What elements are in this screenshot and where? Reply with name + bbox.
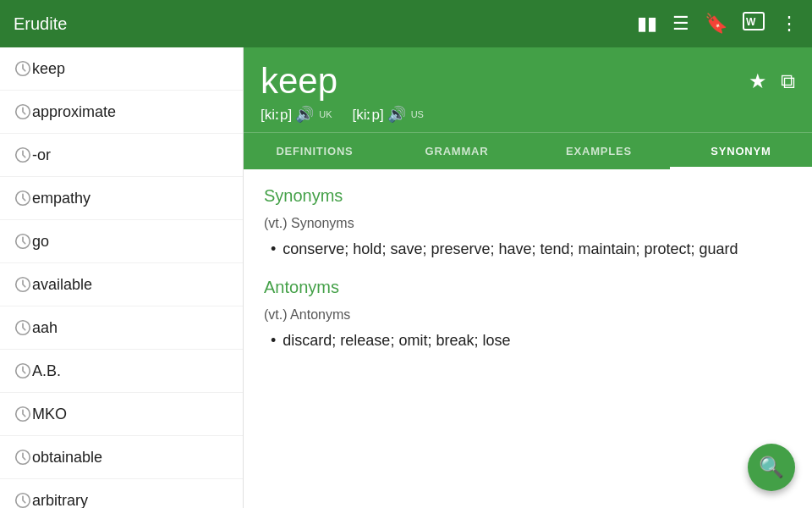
antonyms-title: Antonyms <box>264 278 792 297</box>
sidebar-item-approximate[interactable]: approximate <box>0 91 243 134</box>
history-icon <box>14 102 32 121</box>
word-icon[interactable]: W <box>743 12 765 36</box>
history-icon <box>14 318 32 337</box>
synonym-content: Synonyms (vt.) Synonyms • conserve; hold… <box>244 169 812 508</box>
synonyms-title: Synonyms <box>264 186 792 206</box>
sidebar-item-available[interactable]: available <box>0 263 243 306</box>
sidebar-item-empathy[interactable]: empathy <box>0 177 243 220</box>
sidebar-item-obtainable[interactable]: obtainable <box>0 436 243 479</box>
header-icons: ★ ⧉ <box>749 69 795 93</box>
topbar-icons: ▮▮ ☰ 🔖 W ⋮ <box>637 12 798 36</box>
flashcard-icon[interactable]: ▮▮ <box>637 13 657 35</box>
content-area: keep ★ ⧉ [kiːp] 🔊 UK [kiːp] 🔊 US <box>244 47 812 508</box>
history-icon <box>14 405 32 423</box>
bullet-antonyms: • <box>271 329 276 352</box>
bookmark-icon[interactable]: 🔖 <box>705 13 727 35</box>
phonetic-us: [kiːp] 🔊 US <box>352 105 423 124</box>
star-icon[interactable]: ★ <box>749 69 767 93</box>
history-icon <box>14 275 32 294</box>
sidebar-item-ab[interactable]: A.B. <box>0 350 243 393</box>
sidebar-item-label: MKO <box>32 406 67 423</box>
history-icon <box>14 189 32 207</box>
topbar: Erudite ▮▮ ☰ 🔖 W ⋮ <box>0 0 812 47</box>
sidebar-item-label: obtainable <box>32 449 102 467</box>
phonetic-uk: [kiːp] 🔊 UK <box>261 105 332 124</box>
tabs: DEFINITIONS GRAMMAR EXAMPLES SYNONYM <box>244 132 812 169</box>
synonyms-vt-label: (vt.) Synonyms <box>264 216 792 231</box>
sidebar-item-label: available <box>32 276 92 294</box>
sidebar-item-label: -or <box>32 146 51 164</box>
sidebar-item-aah[interactable]: aah <box>0 306 243 350</box>
antonyms-word-list: • discard; release; omit; break; lose <box>264 329 792 352</box>
sidebar-item-go[interactable]: go <box>0 220 243 263</box>
app-title: Erudite <box>14 14 637 34</box>
speaker-uk-icon[interactable]: 🔊 <box>295 105 314 124</box>
sidebar-item-mko[interactable]: MKO <box>0 393 243 436</box>
locale-us: US <box>411 109 424 119</box>
sidebar-item-or[interactable]: -or <box>0 134 243 177</box>
sidebar-item-label: empathy <box>32 190 91 207</box>
tab-grammar[interactable]: GRAMMAR <box>386 133 528 169</box>
sidebar-item-label: arbitrary <box>32 492 88 509</box>
sidebar-item-label: A.B. <box>32 362 61 380</box>
sidebar-item-label: keep <box>32 60 65 78</box>
synonyms-word-list: • conserve; hold; save; preserve; have; … <box>264 238 792 261</box>
tab-synonym[interactable]: SYNONYM <box>670 133 812 169</box>
more-icon[interactable]: ⋮ <box>780 13 798 35</box>
history-icon <box>14 232 32 251</box>
copy-icon[interactable]: ⧉ <box>781 69 795 93</box>
search-fab[interactable]: 🔍 <box>748 444 795 491</box>
svg-text:W: W <box>746 16 756 28</box>
phonetics: [kiːp] 🔊 UK [kiːp] 🔊 US <box>261 105 795 124</box>
synonyms-words: conserve; hold; save; preserve; have; te… <box>283 238 738 261</box>
word-header: keep ★ ⧉ [kiːp] 🔊 UK [kiːp] 🔊 US <box>244 47 812 132</box>
book-icon[interactable]: ☰ <box>672 13 689 35</box>
sidebar-item-keep[interactable]: keep <box>0 47 243 91</box>
word-title: keep <box>261 61 337 102</box>
speaker-us-icon[interactable]: 🔊 <box>387 105 406 124</box>
phonetic-us-text: [kiːp] <box>352 106 383 124</box>
synonyms-vt: (vt.) Synonyms • conserve; hold; save; p… <box>264 216 792 261</box>
antonyms-section: Antonyms (vt.) Antonyms • discard; relea… <box>264 278 792 352</box>
locale-uk: UK <box>319 109 332 119</box>
history-icon <box>14 146 32 164</box>
history-icon <box>14 59 32 78</box>
history-icon <box>14 491 32 508</box>
bullet-synonyms: • <box>271 238 276 261</box>
sidebar-item-label: go <box>32 233 49 251</box>
tab-examples[interactable]: EXAMPLES <box>528 133 670 169</box>
antonyms-vt-label: (vt.) Antonyms <box>264 307 792 323</box>
search-icon: 🔍 <box>759 456 784 479</box>
sidebar: keepapproximate-orempathygoavailableaahA… <box>0 47 244 508</box>
phonetic-uk-text: [kiːp] <box>261 106 292 124</box>
sidebar-item-label: approximate <box>32 103 116 121</box>
tab-definitions[interactable]: DEFINITIONS <box>244 133 386 169</box>
history-icon <box>14 362 32 380</box>
main-layout: keepapproximate-orempathygoavailableaahA… <box>0 47 812 508</box>
sidebar-item-label: aah <box>32 319 58 337</box>
antonyms-vt: (vt.) Antonyms • discard; release; omit;… <box>264 307 792 352</box>
antonyms-words: discard; release; omit; break; lose <box>283 329 510 352</box>
history-icon <box>14 448 32 467</box>
sidebar-item-arbitrary[interactable]: arbitrary <box>0 479 243 508</box>
